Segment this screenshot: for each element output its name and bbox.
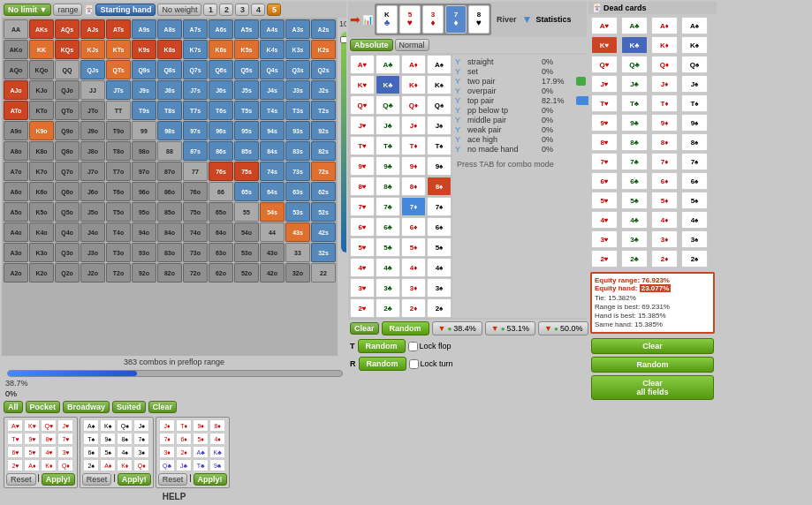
hand-cell-T3o[interactable]: T3o	[106, 243, 131, 262]
river-picker-card-4d[interactable]: 4♦	[401, 258, 426, 277]
dead-card-Js[interactable]: J♠	[681, 75, 708, 93]
hand-cell-83o[interactable]: 83o	[157, 243, 182, 262]
all-button[interactable]: All	[4, 401, 23, 413]
hand-cell-A6s[interactable]: A6s	[209, 19, 233, 39]
hand-cell-76o[interactable]: 76o	[183, 182, 208, 201]
hand-cell-J4o[interactable]: J4o	[80, 222, 105, 242]
river-picker-card-Ad[interactable]: A♦	[401, 55, 426, 74]
hand-cell-J8s[interactable]: J8s	[157, 80, 182, 100]
hand-cell-52s[interactable]: 52s	[311, 202, 336, 222]
hand-cell-92o[interactable]: 92o	[132, 263, 156, 283]
suit-card[interactable]: K♠	[100, 419, 116, 432]
river-picker-card-5c[interactable]: 5♣	[376, 237, 400, 257]
suit-card[interactable]: 3♦	[159, 446, 175, 458]
dead-card-8d[interactable]: 8♦	[651, 133, 678, 151]
suit-card[interactable]: 5♦	[193, 433, 209, 445]
river-picker-card-8h[interactable]: 8♥	[350, 177, 375, 196]
dead-card-7s[interactable]: 7♠	[681, 153, 708, 170]
river-picker-card-6c[interactable]: 6♣	[376, 217, 400, 237]
hand-cell-Q2o[interactable]: Q2o	[55, 263, 80, 283]
hand-cell-82o[interactable]: 82o	[157, 263, 182, 283]
hand-cell-A8s[interactable]: A8s	[157, 19, 182, 39]
dead-card-3h[interactable]: 3♥	[591, 230, 618, 248]
hand-cell-86o[interactable]: 86o	[157, 182, 182, 201]
dead-card-Td[interactable]: T♦	[651, 94, 678, 112]
dead-card-Kd[interactable]: K♦	[651, 36, 678, 54]
river-card-1[interactable]: K♣	[376, 5, 398, 34]
dead-card-8s[interactable]: 8♠	[681, 133, 708, 151]
suit-card[interactable]: J♦	[159, 419, 175, 432]
river-picker-card-6s[interactable]: 6♠	[427, 217, 452, 237]
hand-cell-63s[interactable]: 63s	[285, 182, 310, 201]
hand-cell-88[interactable]: 88	[157, 141, 182, 161]
hand-cell-43o[interactable]: 43o	[260, 243, 285, 262]
river-picker-card-Tc[interactable]: T♣	[376, 136, 400, 155]
dead-card-Tc[interactable]: T♣	[621, 94, 648, 112]
river-picker-card-8c[interactable]: 8♣	[376, 177, 400, 196]
hand-cell-42o[interactable]: 42o	[260, 263, 285, 283]
suit-card[interactable]: A♠	[83, 419, 99, 432]
num-5-button[interactable]: 5	[267, 4, 281, 16]
hand-cell-86s[interactable]: 86s	[209, 141, 233, 161]
river-picker-card-Qs[interactable]: Q♠	[427, 95, 452, 115]
dead-card-Jh[interactable]: J♥	[591, 75, 618, 93]
suit-card[interactable]: 4♠	[117, 446, 133, 458]
hand-cell-AKs[interactable]: AKs	[29, 19, 54, 39]
suit-card[interactable]: T♥	[7, 433, 23, 445]
hand-cell-Q7o[interactable]: Q7o	[55, 162, 80, 181]
hand-cell-43s[interactable]: 43s	[285, 222, 310, 242]
suit-card[interactable]: 3♥	[57, 446, 73, 458]
hand-cell-J3s[interactable]: J3s	[285, 80, 310, 100]
reset-2-button[interactable]: Reset	[82, 473, 112, 486]
dead-card-9d[interactable]: 9♦	[651, 114, 678, 132]
hand-cell-42s[interactable]: 42s	[311, 222, 336, 242]
hand-cell-84o[interactable]: 84o	[157, 222, 182, 242]
hand-cell-A3o[interactable]: A3o	[4, 243, 28, 262]
hand-cell-T5s[interactable]: T5s	[234, 101, 259, 120]
hand-cell-J6o[interactable]: J6o	[80, 182, 105, 201]
reset-3-button[interactable]: Reset	[158, 473, 188, 486]
normal-button[interactable]: Normal	[395, 39, 429, 51]
river-picker-card-2s[interactable]: 2♠	[427, 298, 452, 318]
dead-card-5s[interactable]: 5♠	[681, 192, 708, 209]
hand-cell-74o[interactable]: 74o	[183, 222, 208, 242]
suit-card[interactable]: 9♣	[209, 459, 225, 471]
suit-card[interactable]: 6♠	[83, 446, 99, 458]
river-picker-card-Qd[interactable]: Q♦	[401, 95, 426, 115]
hand-cell-85o[interactable]: 85o	[157, 202, 182, 222]
hand-cell-AJo[interactable]: AJo	[4, 80, 28, 100]
hand-cell-92s[interactable]: 92s	[311, 121, 336, 140]
river-picker-card-7h[interactable]: 7♥	[350, 197, 375, 216]
hand-cell-Q5s[interactable]: Q5s	[234, 60, 259, 79]
suit-card[interactable]: 7♠	[133, 433, 149, 445]
hand-cell-T2o[interactable]: T2o	[106, 263, 131, 283]
hand-cell-J2o[interactable]: J2o	[80, 263, 105, 283]
suited-button[interactable]: Suited	[112, 401, 146, 413]
hand-cell-J9s[interactable]: J9s	[132, 80, 156, 100]
hand-cell-QJs[interactable]: QJs	[80, 60, 105, 79]
river-picker-card-5s[interactable]: 5♠	[427, 237, 452, 257]
hand-cell-74s[interactable]: 74s	[260, 162, 285, 181]
hand-cell-54o[interactable]: 54o	[234, 222, 259, 242]
hand-cell-Q6s[interactable]: Q6s	[209, 60, 233, 79]
river-card-3[interactable]: 3♦	[422, 5, 444, 34]
hand-cell-Q8o[interactable]: Q8o	[55, 141, 80, 161]
hand-cell-A7s[interactable]: A7s	[183, 19, 208, 39]
hand-cell-TT[interactable]: TT	[106, 101, 131, 120]
hand-cell-66[interactable]: 66	[209, 182, 233, 201]
suit-card[interactable]: K♣	[209, 446, 225, 458]
hand-cell-Q8s[interactable]: Q8s	[157, 60, 182, 79]
reset-1-button[interactable]: Reset	[6, 473, 36, 486]
hand-cell-52o[interactable]: 52o	[234, 263, 259, 283]
hand-cell-62o[interactable]: 62o	[209, 263, 233, 283]
hand-cell-Q6o[interactable]: Q6o	[55, 182, 80, 201]
filter-2-button[interactable]: ▼ ● 53.1%	[485, 321, 535, 335]
suit-card[interactable]: 9♠	[100, 433, 116, 445]
suit-card[interactable]: 6♦	[176, 433, 192, 445]
suit-card[interactable]: T♦	[176, 419, 192, 432]
hand-cell-J7o[interactable]: J7o	[80, 162, 105, 181]
hand-cell-98s[interactable]: 98s	[157, 121, 182, 140]
hand-cell-KK[interactable]: KK	[29, 40, 54, 59]
dead-card-9c[interactable]: 9♣	[621, 114, 648, 132]
num-3-button[interactable]: 3	[235, 4, 249, 16]
